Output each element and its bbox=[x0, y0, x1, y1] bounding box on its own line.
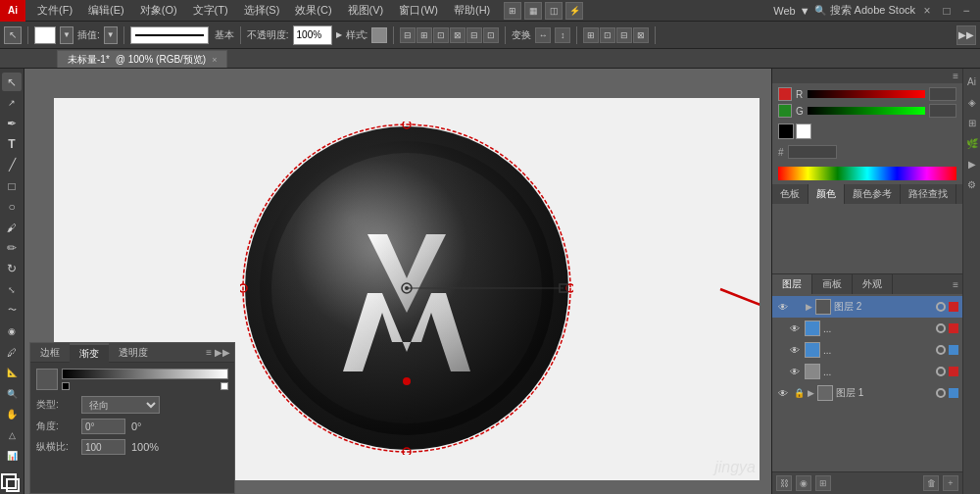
tool-eyedrop[interactable]: 🖊 bbox=[2, 343, 22, 362]
tab-pathfinder[interactable]: 路径查找 bbox=[901, 184, 956, 204]
tool-pencil[interactable]: ✏ bbox=[2, 239, 22, 258]
layer-target-sub-2[interactable] bbox=[936, 345, 946, 355]
tab-layers[interactable]: 图层 bbox=[772, 274, 812, 294]
gp-angle-input[interactable] bbox=[81, 419, 125, 434]
tool-warp[interactable]: 〜 bbox=[2, 301, 22, 320]
tool-paintbrush[interactable]: 🖌 bbox=[2, 218, 22, 236]
opacity-input[interactable] bbox=[293, 25, 332, 45]
gradient-bar[interactable] bbox=[62, 369, 228, 379]
layer-row-1[interactable]: 👁 🔒 ▶ 图层 1 bbox=[772, 382, 962, 404]
menu-view[interactable]: 视图(V) bbox=[340, 0, 392, 21]
gp-tab-border[interactable]: 边框 bbox=[30, 343, 70, 363]
align-bottom[interactable]: ⊡ bbox=[483, 27, 499, 43]
lock-icon-1[interactable]: 🔒 bbox=[793, 387, 805, 399]
tool-select[interactable]: ↖ bbox=[2, 73, 22, 91]
panel-toggle-3[interactable]: ⊞ bbox=[965, 114, 979, 131]
eye-icon-2[interactable]: 👁 bbox=[776, 300, 790, 314]
gp-expand[interactable]: ▶▶ bbox=[215, 347, 230, 358]
menu-type[interactable]: 文字(T) bbox=[185, 0, 236, 21]
interp-dropdown[interactable]: ▼ bbox=[104, 26, 118, 44]
minimize-icon[interactable]: − bbox=[958, 3, 974, 19]
layers-panel-menu[interactable]: ≡ bbox=[953, 279, 958, 290]
tool-pen[interactable]: ✒ bbox=[2, 114, 22, 132]
layer-new-icon[interactable]: + bbox=[943, 475, 958, 491]
document-tab[interactable]: 未标量-1* @ 100% (RGB/预览) × bbox=[57, 50, 227, 68]
web-dropdown[interactable]: ▼ bbox=[800, 5, 810, 17]
tool-type[interactable]: T bbox=[2, 135, 22, 154]
stroke-dropdown[interactable]: ▼ bbox=[60, 26, 74, 44]
menu-help[interactable]: 帮助(H) bbox=[446, 0, 498, 21]
gp-type-dropdown[interactable]: 径向 bbox=[81, 396, 160, 414]
tab-close-btn[interactable]: × bbox=[212, 55, 217, 65]
gp-panel-menu[interactable]: ≡ bbox=[206, 347, 212, 358]
gp-tab-gradient[interactable]: 渐变 bbox=[70, 343, 109, 363]
tool-graph[interactable]: 📊 bbox=[2, 447, 22, 466]
layer-row-sub-3[interactable]: 👁 ... bbox=[772, 361, 962, 382]
menu-select[interactable]: 选择(S) bbox=[236, 0, 288, 21]
r-value[interactable] bbox=[929, 87, 956, 101]
white-swatch[interactable] bbox=[796, 124, 811, 139]
layer-comp-icon[interactable]: ⊞ bbox=[815, 475, 831, 491]
menu-window[interactable]: 窗口(W) bbox=[391, 0, 446, 21]
panel-toggle-4[interactable]: 🌿 bbox=[965, 134, 979, 152]
panel-toggle-6[interactable]: ⚙ bbox=[965, 175, 979, 193]
tool-line[interactable]: ╱ bbox=[2, 156, 22, 174]
hex-value[interactable] bbox=[788, 145, 837, 159]
expand-icon-2[interactable]: ▶ bbox=[806, 302, 812, 312]
color-gradient-strip[interactable] bbox=[778, 167, 956, 180]
tool-zoom[interactable]: 🔍 bbox=[2, 384, 22, 403]
layer-row-sub-1[interactable]: 👁 ... bbox=[772, 318, 962, 339]
menu-file[interactable]: 文件(F) bbox=[29, 0, 80, 21]
close-icon[interactable]: × bbox=[919, 3, 935, 19]
toolbar-icon-3[interactable]: ◫ bbox=[545, 2, 563, 20]
panel-toggle-1[interactable]: Ai bbox=[965, 73, 979, 90]
arrange-icon-3[interactable]: ⊟ bbox=[616, 27, 632, 43]
panel-toggle-right[interactable]: ▶▶ bbox=[956, 25, 976, 45]
stroke-style-input[interactable] bbox=[130, 26, 209, 44]
tab-swatches[interactable]: 色板 bbox=[772, 184, 808, 204]
layer-make-mask-icon[interactable]: ◉ bbox=[796, 475, 811, 491]
tab-color[interactable]: 颜色 bbox=[808, 184, 845, 204]
gp-aspect-input[interactable] bbox=[81, 439, 125, 455]
menu-object[interactable]: 对象(O) bbox=[132, 0, 185, 21]
arrange-icon-1[interactable]: ⊞ bbox=[583, 27, 599, 43]
menu-effect[interactable]: 效果(C) bbox=[287, 0, 339, 21]
align-left[interactable]: ⊟ bbox=[400, 27, 416, 43]
tab-artboards[interactable]: 画板 bbox=[812, 274, 853, 294]
tab-appearance[interactable]: 外观 bbox=[853, 274, 893, 294]
gp-stop-left[interactable] bbox=[62, 382, 70, 390]
toolbar-icon-4[interactable]: ⚡ bbox=[565, 2, 583, 20]
align-right[interactable]: ⊡ bbox=[433, 27, 449, 43]
transform-icon-1[interactable]: ↔ bbox=[535, 27, 551, 43]
tool-scale[interactable]: ⤡ bbox=[2, 280, 22, 299]
align-middle[interactable]: ⊟ bbox=[466, 27, 482, 43]
restore-icon[interactable]: □ bbox=[939, 3, 955, 19]
tab-color-guide[interactable]: 颜色参考 bbox=[845, 184, 901, 204]
gp-stop-right[interactable] bbox=[220, 382, 228, 390]
g-value[interactable] bbox=[929, 104, 956, 118]
align-center[interactable]: ⊞ bbox=[416, 27, 432, 43]
menu-edit[interactable]: 编辑(E) bbox=[80, 0, 132, 21]
layer-target-sub-1[interactable] bbox=[936, 323, 946, 333]
style-box[interactable] bbox=[371, 27, 387, 43]
gp-color-preview[interactable] bbox=[36, 369, 58, 390]
align-top[interactable]: ⊠ bbox=[450, 27, 466, 43]
tool-measure[interactable]: 📐 bbox=[2, 364, 22, 382]
layer-row-sub-2[interactable]: 👁 ... bbox=[772, 339, 962, 361]
toolbar-icon-1[interactable]: ⊞ bbox=[504, 2, 521, 20]
panel-toggle-5[interactable]: ▶ bbox=[965, 155, 979, 173]
arrange-icon-4[interactable]: ⊠ bbox=[633, 27, 649, 43]
black-swatch[interactable] bbox=[778, 124, 794, 139]
eye-icon-sub-1[interactable]: 👁 bbox=[788, 321, 802, 335]
layer-target-1[interactable] bbox=[936, 388, 946, 398]
tool-blend[interactable]: ◉ bbox=[2, 321, 22, 340]
layer-row-2[interactable]: 👁 ▶ 图层 2 bbox=[772, 296, 962, 318]
layer-target-sub-3[interactable] bbox=[936, 367, 946, 376]
tool-rect[interactable]: □ bbox=[2, 176, 22, 195]
eye-icon-sub-3[interactable]: 👁 bbox=[788, 365, 802, 378]
tool-rotate[interactable]: ↻ bbox=[2, 260, 22, 278]
eye-icon-1[interactable]: 👁 bbox=[776, 386, 790, 400]
tool-ellipse[interactable]: ○ bbox=[2, 197, 22, 216]
layer-target-2[interactable] bbox=[936, 302, 946, 312]
color-panel-menu-icon[interactable]: ≡ bbox=[953, 71, 958, 81]
